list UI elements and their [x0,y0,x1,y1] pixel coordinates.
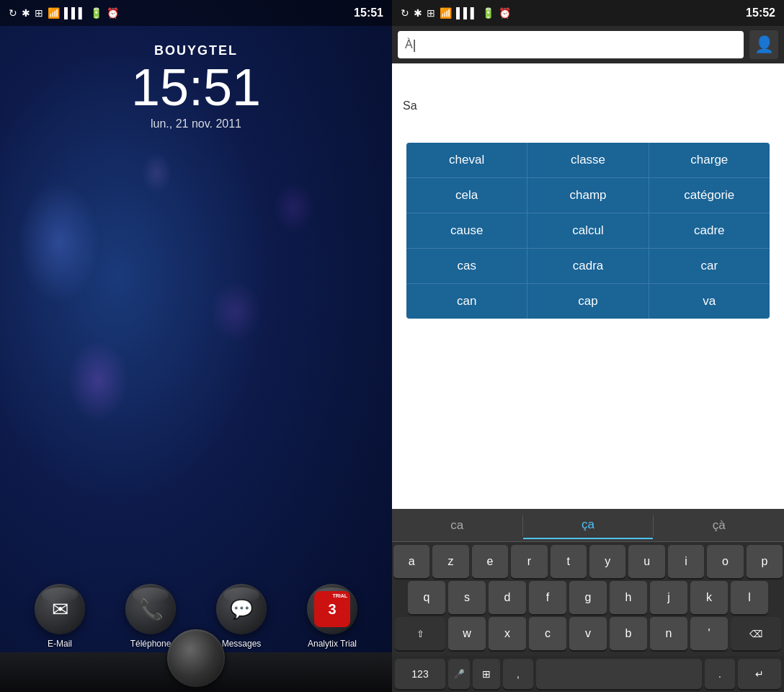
key-backspace[interactable]: ⌫ [731,617,781,650]
status-icons-right: ↻ ✱ ⊞ 📶 ▌▌▌ 🔋 ⏰ [401,7,511,19]
autocomplete-row-1: cheval classe charge [406,143,770,178]
phone-icon-glyph: 📞 [138,598,164,621]
key-e[interactable]: e [472,545,508,578]
key-row-3: ⇧ w x c v b n ' ⌫ [393,617,783,650]
keyboard-bottom: 123 🎤 ⊞ , . ↵ [392,656,784,692]
autocomplete-cell-cadre[interactable]: cadre [649,213,770,248]
key-comma[interactable]: , [503,659,533,689]
search-input-box[interactable]: À | [398,31,744,58]
email-icon[interactable]: ✉ [35,584,85,634]
key-space[interactable] [536,659,702,689]
key-row-1: a z e r t y u i o p [393,545,783,578]
autocomplete-cell-cheval[interactable]: cheval [406,143,527,177]
key-b[interactable]: b [610,617,647,650]
analytix-app[interactable]: 3 TRIAL Analytix Trial [307,584,357,649]
autocomplete-cell-champ[interactable]: champ [527,178,649,213]
key-c[interactable]: c [529,617,566,650]
status-bar-right: ↻ ✱ ⊞ 📶 ▌▌▌ 🔋 ⏰ 15:52 [392,0,784,26]
autocomplete-row-4: cas cadra car [406,249,770,284]
key-settings[interactable]: ⊞ [473,659,500,689]
key-f[interactable]: f [529,581,566,614]
contact-button[interactable]: 👤 [749,30,778,59]
autocomplete-cell-calcul[interactable]: calcul [527,213,649,248]
carrier-name: BOUYGTEL [0,43,392,58]
right-battery-icon: 🔋 [482,7,494,19]
right-signal-icon: ▌▌▌ [456,7,478,19]
autocomplete-cell-cela[interactable]: cela [406,178,527,213]
autocomplete-cell-cadra[interactable]: cadra [527,249,649,283]
key-w[interactable]: w [448,617,486,650]
suggestion-ca-grave[interactable]: çà [654,513,784,538]
nav-wheel[interactable] [167,629,225,687]
key-p[interactable]: p [747,545,783,578]
right-orientation-icon: ⊞ [427,7,435,19]
phone-app[interactable]: 📞 Téléphone [125,584,176,649]
key-v[interactable]: v [569,617,607,650]
key-n[interactable]: n [650,617,687,650]
email-app[interactable]: ✉ E-Mail [35,584,85,649]
key-o[interactable]: o [707,545,743,578]
autocomplete-cell-cap[interactable]: cap [527,284,649,319]
key-x[interactable]: x [489,617,526,650]
key-k[interactable]: k [690,581,728,614]
contact-icon: 👤 [754,35,774,54]
key-q[interactable]: q [408,581,445,614]
cursor: | [413,37,416,53]
key-g[interactable]: g [569,581,607,614]
wifi-icon: 📶 [48,7,60,19]
status-time-left: 15:51 [354,6,383,19]
alarm-icon: ⏰ [107,7,119,19]
autocomplete-dropdown: cheval classe charge cela champ catégori… [406,143,770,319]
key-t[interactable]: t [551,545,587,578]
analytix-trial-badge: TRIAL [331,593,349,599]
key-j[interactable]: j [650,581,687,614]
key-z[interactable]: z [432,545,468,578]
home-time: 15:51 [0,61,392,113]
orientation-icon: ⊞ [35,7,43,19]
key-h[interactable]: h [610,581,647,614]
phone-label: Téléphone [130,639,172,649]
key-period[interactable]: . [705,659,735,689]
key-row-2: q s d f g h j k l [393,581,783,614]
key-apostrophe[interactable]: ' [690,617,728,650]
key-shift[interactable]: ⇧ [395,617,445,650]
key-a[interactable]: a [393,545,429,578]
main-content: Sa cheval classe charge cela champ catég… [392,63,784,509]
key-i[interactable]: i [668,545,704,578]
key-l[interactable]: l [731,581,768,614]
bottom-nav [0,652,392,692]
suggestion-ca-accent[interactable]: ça [523,512,654,539]
key-123[interactable]: 123 [395,659,445,689]
autocomplete-cell-cause[interactable]: cause [406,213,527,248]
autocomplete-cell-cas[interactable]: cas [406,249,527,283]
analytix-icon[interactable]: 3 TRIAL [307,584,357,634]
autocomplete-row-3: cause calcul cadre [406,213,770,249]
keyboard-rows: a z e r t y u i o p q s d f g h j k [392,542,784,656]
autocomplete-cell-charge[interactable]: charge [649,143,770,177]
autocomplete-cell-can[interactable]: can [406,284,527,319]
key-y[interactable]: y [589,545,625,578]
autocomplete-cell-va[interactable]: va [649,284,770,319]
key-microphone[interactable]: 🎤 [448,659,470,689]
search-bar: À | 👤 [392,26,784,63]
key-s[interactable]: s [448,581,486,614]
autocomplete-cell-classe[interactable]: classe [527,143,649,177]
key-r[interactable]: r [511,545,547,578]
bluetooth-icon: ✱ [22,7,30,19]
autocomplete-cell-car[interactable]: car [649,249,770,283]
messages-icon[interactable]: 💬 [216,584,267,634]
messages-app[interactable]: 💬 Messages [216,584,267,649]
suggestion-ca[interactable]: ca [392,513,522,538]
key-d[interactable]: d [489,581,526,614]
keyboard-area: ca ça çà a z e r t y u i o p q [392,509,784,692]
phone-icon[interactable]: 📞 [125,584,176,634]
email-icon-glyph: ✉ [52,598,68,621]
key-enter[interactable]: ↵ [738,659,781,689]
key-u[interactable]: u [628,545,664,578]
email-label: E-Mail [48,639,72,649]
messages-icon-glyph: 💬 [230,598,253,621]
home-date: lun., 21 nov. 2011 [0,117,392,130]
suggestions-bar: ca ça çà [392,509,784,542]
home-clock-area: BOUYGTEL 15:51 lun., 21 nov. 2011 [0,43,392,130]
autocomplete-cell-categorie[interactable]: catégorie [649,178,770,213]
